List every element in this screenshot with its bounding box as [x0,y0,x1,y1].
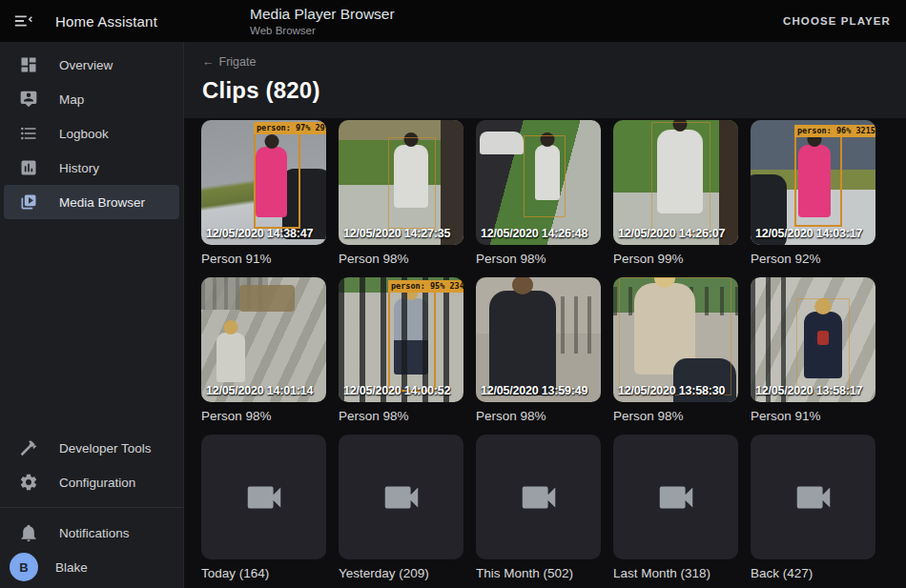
clip-label: Person 98% [339,409,463,423]
folder-label: Yesterday (209) [339,566,463,580]
folder-thumbnail[interactable] [751,435,875,559]
video-camera-icon [792,476,835,519]
folder-label: Today (164) [201,566,326,580]
sidebar-item-overview[interactable]: Overview [4,48,179,82]
clip-thumbnail[interactable]: 12/05/2020 14:26:48 [476,120,601,245]
user-name: Blake [55,560,88,575]
folder-item[interactable]: Back (427) [751,435,875,580]
detection-label: person: 97% 29988 [254,122,326,134]
detection-bbox [524,135,566,217]
clip-item[interactable]: 12/05/2020 14:26:48Person 98% [476,120,601,266]
sidebar-divider [0,507,183,508]
view-dashboard-icon [19,55,38,74]
clip-label: Person 98% [613,409,738,423]
folder-thumbnail[interactable] [476,435,601,559]
sidebar-item-label: Developer Tools [59,441,152,456]
clip-timestamp: 12/05/2020 14:00:52 [343,384,450,397]
video-camera-icon [380,476,423,519]
clip-label: Person 98% [339,252,463,266]
clip-thumbnail[interactable]: 12/05/2020 14:27:35 [339,120,463,245]
sidebar-toggle-icon[interactable] [13,10,34,31]
format-list-bulleted-icon [19,124,38,143]
clip-item[interactable]: 12/05/2020 13:58:17Person 91% [751,277,875,423]
sidebar-item-profile[interactable]: B Blake [0,550,183,588]
folder-item[interactable]: Yesterday (209) [339,435,463,580]
sidebar-item-media-browser[interactable]: Media Browser [4,185,179,219]
breadcrumb-label[interactable]: Frigate [219,55,257,69]
play-box-multiple-icon [19,193,38,212]
detection-bbox: person: 96% 32154 [794,135,842,227]
detection-bbox [651,122,710,234]
sidebar-item-map[interactable]: Map [4,82,179,116]
panel-title: Media Player Browser [250,5,395,23]
detection-bbox: person: 97% 29988 [254,132,300,229]
clip-item[interactable]: 12/05/2020 14:27:35Person 98% [339,120,463,266]
detection-label: person: 95% 23432 [388,280,463,293]
sidebar-item-label: Logbook [59,127,109,141]
tooltip-account-icon [19,90,38,109]
folder-item[interactable]: Last Month (318) [613,435,738,580]
app-title: Home Assistant [55,13,157,30]
clip-timestamp: 12/05/2020 13:58:30 [618,384,725,397]
sidebar-item-notifications[interactable]: Notifications [4,516,179,550]
detected-person [489,291,556,395]
detection-bbox [619,277,731,395]
media-grid: person: 97% 2998812/05/2020 14:38:47Pers… [184,118,906,580]
sidebar-item-configuration[interactable]: Configuration [4,465,179,499]
sidebar-item-label: Overview [59,58,113,72]
clip-item[interactable]: person: 95% 2343212/05/2020 14:00:52Pers… [339,277,463,423]
sidebar-item-label: Configuration [59,476,135,490]
clip-timestamp: 12/05/2020 14:27:35 [343,227,450,240]
clip-label: Person 98% [476,252,601,266]
clip-thumbnail[interactable]: person: 95% 2343212/05/2020 14:00:52 [339,277,463,402]
folder-thumbnail[interactable] [613,435,738,559]
detection-label: person: 96% 32154 [794,125,875,137]
clip-item[interactable]: 12/05/2020 13:59:49Person 98% [476,277,601,423]
clip-timestamp: 12/05/2020 14:03:17 [755,227,862,240]
clip-label: Person 98% [476,409,601,423]
sidebar-item-history[interactable]: History [4,151,179,185]
clip-label: Person 98% [201,409,326,423]
clip-timestamp: 12/05/2020 14:01:14 [206,384,313,397]
sidebar-item-label: Media Browser [59,195,145,210]
clip-label: Person 99% [613,252,738,266]
content-header: ← Frigate Clips (820) [184,42,906,118]
folder-item[interactable]: Today (164) [201,435,326,580]
clip-item[interactable]: person: 97% 2998812/05/2020 14:38:47Pers… [201,120,326,266]
sidebar-header: Home Assistant [0,10,184,31]
detection-bbox: person: 95% 23432 [388,291,436,392]
clip-item[interactable]: 12/05/2020 14:26:07Person 99% [613,120,738,266]
clip-item[interactable]: person: 96% 3215412/05/2020 14:03:17Pers… [751,120,875,266]
back-arrow-icon[interactable]: ← [202,55,215,69]
clip-item[interactable]: 12/05/2020 13:58:30Person 98% [613,277,738,423]
clip-thumbnail[interactable]: 12/05/2020 13:58:17 [751,277,875,402]
page-title: Clips (820) [202,77,906,104]
clip-label: Person 91% [201,252,326,266]
chart-box-icon [19,158,38,177]
avatar[interactable]: B [10,553,38,581]
top-bar: Home Assistant Media Player Browser Web … [0,0,906,42]
clip-thumbnail[interactable]: person: 97% 2998812/05/2020 14:38:47 [201,120,326,245]
sidebar-item-developer-tools[interactable]: Developer Tools [4,431,179,465]
clip-item[interactable]: 12/05/2020 14:01:14Person 98% [201,277,326,423]
breadcrumb[interactable]: ← Frigate [202,55,256,69]
sidebar-item-label: History [59,161,99,175]
clip-thumbnail[interactable]: 12/05/2020 14:26:07 [613,120,738,245]
clip-thumbnail[interactable]: 12/05/2020 14:01:14 [201,277,326,402]
clip-label: Person 92% [751,252,875,266]
clip-thumbnail[interactable]: person: 96% 3215412/05/2020 14:03:17 [751,120,875,245]
clip-timestamp: 12/05/2020 14:38:47 [206,227,313,240]
clip-thumbnail[interactable]: 12/05/2020 13:59:49 [476,277,601,402]
video-camera-icon [517,476,561,519]
folder-item[interactable]: This Month (502) [476,435,601,580]
choose-player-button[interactable]: CHOOSE PLAYER [783,15,891,27]
folder-label: Last Month (318) [613,566,738,580]
scene-object [239,285,295,312]
folder-thumbnail[interactable] [339,435,463,559]
sidebar-item-logbook[interactable]: Logbook [4,116,179,151]
video-camera-icon [654,476,698,519]
folder-thumbnail[interactable] [201,435,326,559]
folder-label: Back (427) [751,566,875,580]
clip-thumbnail[interactable]: 12/05/2020 13:58:30 [613,277,738,402]
clip-label: Person 91% [751,409,875,423]
